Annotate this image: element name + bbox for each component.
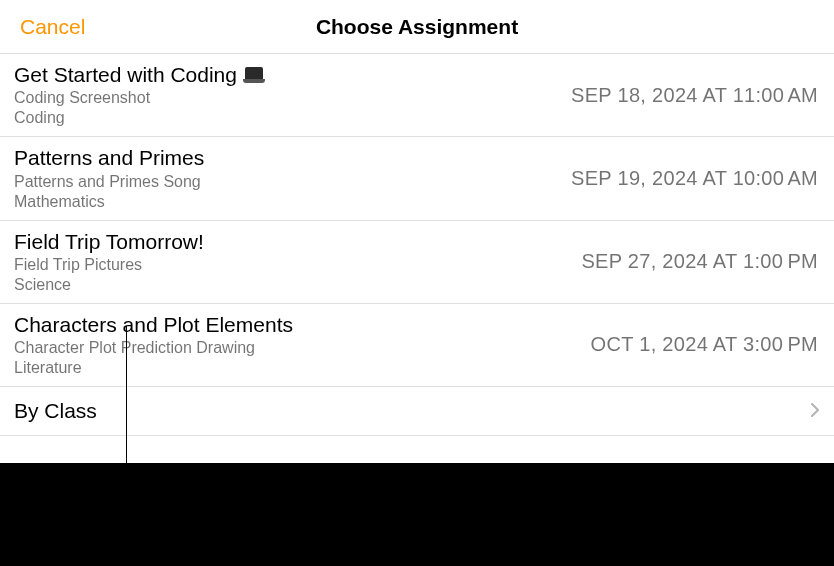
assignment-date: OCT 1, 2024 AT 3:00 PM — [591, 333, 818, 356]
assignment-title-text: Field Trip Tomorrow! — [14, 229, 204, 255]
assignment-title-text: Characters and Plot Elements — [14, 312, 293, 338]
assignment-subject: Science — [14, 275, 204, 295]
assignment-subtitle: Patterns and Primes Song — [14, 172, 204, 192]
assignment-subtitle: Coding Screenshot — [14, 88, 265, 108]
cancel-button[interactable]: Cancel — [0, 15, 85, 39]
assignment-subject: Mathematics — [14, 192, 204, 212]
assignment-subtitle: Field Trip Pictures — [14, 255, 204, 275]
callout-line — [126, 326, 127, 496]
assignment-title: Characters and Plot Elements — [14, 312, 293, 338]
assignment-info: Field Trip Tomorrow! Field Trip Pictures… — [14, 229, 204, 295]
laptop-icon — [243, 67, 265, 83]
assignment-subject: Coding — [14, 108, 265, 128]
by-class-label: By Class — [14, 399, 97, 423]
header: Cancel Choose Assignment — [0, 0, 834, 54]
chevron-right-icon — [811, 401, 820, 422]
assignment-row[interactable]: Patterns and Primes Patterns and Primes … — [0, 137, 834, 220]
page-title: Choose Assignment — [0, 15, 834, 39]
assignment-title: Field Trip Tomorrow! — [14, 229, 204, 255]
assignment-date: SEP 19, 2024 AT 10:00 AM — [571, 167, 818, 190]
assignment-info: Patterns and Primes Patterns and Primes … — [14, 145, 204, 211]
assignment-date: SEP 27, 2024 AT 1:00 PM — [581, 250, 818, 273]
assignment-title-text: Get Started with Coding — [14, 62, 237, 88]
assignment-title-text: Patterns and Primes — [14, 145, 204, 171]
assignment-row[interactable]: Field Trip Tomorrow! Field Trip Pictures… — [0, 221, 834, 304]
assignment-title: Patterns and Primes — [14, 145, 204, 171]
assignment-subject: Literature — [14, 358, 293, 378]
assignment-row[interactable]: Get Started with Coding Coding Screensho… — [0, 54, 834, 137]
assignment-info: Characters and Plot Elements Character P… — [14, 312, 293, 378]
assignment-date: SEP 18, 2024 AT 11:00 AM — [571, 84, 818, 107]
assignment-info: Get Started with Coding Coding Screensho… — [14, 62, 265, 128]
assignment-subtitle: Character Plot Prediction Drawing — [14, 338, 293, 358]
assignment-title: Get Started with Coding — [14, 62, 265, 88]
